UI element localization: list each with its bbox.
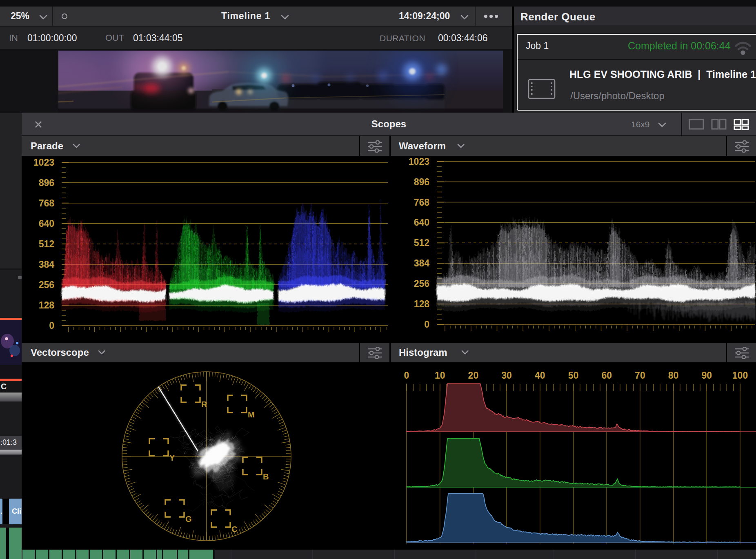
svg-text:1023: 1023 <box>409 156 429 167</box>
svg-text:20: 20 <box>468 370 479 381</box>
svg-text:0: 0 <box>49 320 54 331</box>
svg-text:R: R <box>201 400 207 409</box>
svg-text:Y: Y <box>169 453 175 462</box>
svg-text:90: 90 <box>702 370 712 381</box>
svg-text:256: 256 <box>39 280 54 290</box>
svg-text:0: 0 <box>404 370 409 381</box>
svg-text:384: 384 <box>39 259 55 270</box>
svg-text:896: 896 <box>414 177 429 187</box>
svg-text:B: B <box>263 472 269 481</box>
svg-text:100: 100 <box>732 370 748 381</box>
svg-text:768: 768 <box>39 198 55 209</box>
svg-text:128: 128 <box>39 300 55 311</box>
svg-text:768: 768 <box>414 197 430 208</box>
svg-text:C: C <box>231 525 237 534</box>
svg-text:256: 256 <box>414 278 429 289</box>
svg-text:40: 40 <box>535 370 545 381</box>
svg-text:128: 128 <box>414 299 430 309</box>
svg-text:M: M <box>248 410 255 419</box>
svg-text:10: 10 <box>435 370 445 381</box>
svg-text:512: 512 <box>414 237 429 248</box>
svg-text:0: 0 <box>424 319 429 330</box>
svg-text:512: 512 <box>39 239 54 249</box>
svg-text:640: 640 <box>414 217 429 228</box>
svg-text:60: 60 <box>601 370 612 381</box>
svg-text:384: 384 <box>414 258 430 268</box>
svg-text:80: 80 <box>668 370 679 381</box>
svg-text:1023: 1023 <box>33 157 54 168</box>
svg-text:50: 50 <box>568 370 579 381</box>
svg-text:640: 640 <box>39 218 54 229</box>
svg-text:896: 896 <box>39 177 54 188</box>
svg-text:G: G <box>185 515 192 524</box>
svg-text:70: 70 <box>635 370 645 381</box>
svg-text:30: 30 <box>501 370 512 381</box>
